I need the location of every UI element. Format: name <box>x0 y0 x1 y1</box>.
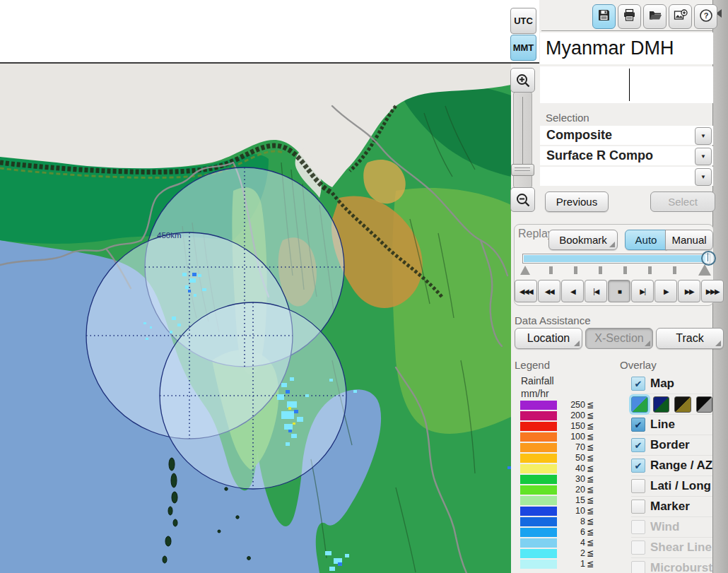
legend-color-swatch <box>520 422 557 431</box>
legend-row: 50≦ <box>520 453 591 463</box>
range-start-marker[interactable] <box>520 266 530 275</box>
step-forward-button[interactable]: ▶| <box>631 280 654 302</box>
play-forward-button[interactable]: ▶ <box>654 280 677 302</box>
legend-row: 15≦ <box>520 495 591 506</box>
legend-row: 200≦ <box>520 410 591 421</box>
step-backward-icon: |◀ <box>593 288 598 295</box>
replay-slider-handle[interactable] <box>701 251 716 266</box>
bookmark-button[interactable]: Bookmark <box>548 230 618 250</box>
checkbox-checked[interactable]: ✔ <box>631 438 645 452</box>
open-folder-button[interactable] <box>643 4 667 29</box>
checkbox[interactable] <box>631 561 645 573</box>
less-equal-symbol: ≦ <box>587 421 594 431</box>
selection-dropdown-3[interactable]: ▼ <box>540 167 713 186</box>
checkbox-checked[interactable]: ✔ <box>631 459 645 473</box>
info-input[interactable] <box>540 66 713 103</box>
dropdown-value: Composite <box>546 128 612 143</box>
overlay-item-range-az[interactable]: ✔Range / AZ <box>631 456 712 476</box>
skip-to-end-button[interactable]: ▶▶▶ <box>701 280 724 302</box>
save-button[interactable] <box>592 4 616 29</box>
less-equal-symbol: ≦ <box>587 453 594 463</box>
legend-color-swatch <box>520 454 557 463</box>
less-equal-symbol: ≦ <box>587 432 594 442</box>
x-section-button[interactable]: X-Section <box>585 328 653 349</box>
zoom-slider-handle[interactable] <box>511 164 534 176</box>
overlay-item-marker[interactable]: Marker <box>631 497 712 517</box>
chevron-down-icon[interactable]: ▼ <box>695 148 712 165</box>
checkbox[interactable] <box>631 520 645 534</box>
stop-icon: ■ <box>618 288 621 295</box>
play-backward-button[interactable]: ◀ <box>561 280 584 302</box>
zoom-out-button[interactable] <box>510 187 535 212</box>
skip-to-start-icon: ◀◀◀ <box>519 288 533 295</box>
overlay-item-label: Marker <box>650 500 690 514</box>
fast-forward-button[interactable]: ▶▶ <box>678 280 700 302</box>
checkbox-checked[interactable]: ✔ <box>631 418 645 432</box>
checkbox[interactable] <box>631 500 645 514</box>
overlay-list: ✔Map✔Line✔Border✔Range / AZLati / LongMa… <box>631 374 712 573</box>
checkbox-checked[interactable]: ✔ <box>631 377 645 391</box>
map-style-dark-olive[interactable] <box>674 396 691 413</box>
legend-title-unit: mm/hr <box>521 388 549 399</box>
save-icon <box>597 8 611 25</box>
selection-dropdown-2[interactable]: Surface R Compo▼ <box>540 146 713 165</box>
print-button[interactable] <box>618 4 641 29</box>
step-backward-button[interactable]: |◀ <box>585 280 607 302</box>
legend-value: 20 <box>560 485 585 495</box>
text-cursor <box>629 69 630 101</box>
checkbox[interactable] <box>631 540 645 555</box>
checkbox[interactable] <box>631 479 645 493</box>
auto-button[interactable]: Auto <box>625 230 667 250</box>
selection-dropdown-1[interactable]: Composite▼ <box>540 126 713 145</box>
legend-color-swatch <box>520 496 557 505</box>
fast-rewind-button[interactable]: ◀◀ <box>538 280 560 302</box>
legend-value: 4 <box>560 538 585 548</box>
range-end-marker[interactable] <box>698 264 711 276</box>
chevron-down-icon[interactable]: ▼ <box>695 168 712 186</box>
add-image-button[interactable] <box>669 4 692 29</box>
legend-color-swatch <box>520 538 557 548</box>
timezone-mmt-button[interactable]: MMT <box>510 35 536 61</box>
overlay-item-lati-long[interactable]: Lati / Long <box>631 476 712 497</box>
legend-value: 15 <box>560 495 585 505</box>
overlay-item-wind: Wind <box>631 517 712 538</box>
legend-row: 100≦ <box>520 432 591 442</box>
legend-row: 1≦ <box>520 559 591 569</box>
shan-plateau <box>392 188 511 434</box>
replay-slider-track[interactable] <box>522 254 710 264</box>
less-equal-symbol: ≦ <box>587 495 594 505</box>
map-style-navy-darkgreen[interactable] <box>653 396 670 413</box>
zoom-in-button[interactable] <box>510 68 535 93</box>
map-style-black-gray[interactable] <box>696 396 713 413</box>
overlay-item-border[interactable]: ✔Border <box>631 435 712 456</box>
manual-button[interactable]: Manual <box>665 230 713 250</box>
timezone-utc-button[interactable]: UTC <box>510 8 536 34</box>
legend-row: 8≦ <box>520 516 591 527</box>
legend-row: 70≦ <box>520 442 591 453</box>
legend-value: 100 <box>560 432 585 442</box>
legend-value: 40 <box>560 463 585 473</box>
map-style-blue-green[interactable] <box>631 396 648 413</box>
less-equal-symbol: ≦ <box>587 548 594 558</box>
stop-button[interactable]: ■ <box>608 280 630 302</box>
station-box: Myanmar DMH <box>540 33 713 64</box>
track-button[interactable]: Track <box>656 328 724 349</box>
legend-value: 50 <box>560 453 585 463</box>
less-equal-symbol: ≦ <box>587 463 594 473</box>
corner-fold-icon <box>609 242 615 247</box>
slider-tick <box>648 266 652 274</box>
radar-map[interactable]: 450km <box>0 64 511 573</box>
previous-button[interactable]: Previous <box>545 191 609 212</box>
select-button[interactable]: Select <box>650 191 715 212</box>
chevron-down-icon[interactable]: ▼ <box>695 127 712 145</box>
map-style-swatches <box>631 394 712 415</box>
overlay-item-map[interactable]: ✔Map <box>631 374 712 394</box>
header <box>0 0 539 64</box>
help-button[interactable]: ? <box>694 4 717 29</box>
legend-value: 250 <box>560 400 585 410</box>
less-equal-symbol: ≦ <box>587 527 594 537</box>
skip-to-start-button[interactable]: ◀◀◀ <box>515 280 537 302</box>
location-button[interactable]: Location <box>515 328 582 349</box>
corner-fold-icon <box>645 341 650 346</box>
overlay-item-line[interactable]: ✔Line <box>631 415 712 435</box>
